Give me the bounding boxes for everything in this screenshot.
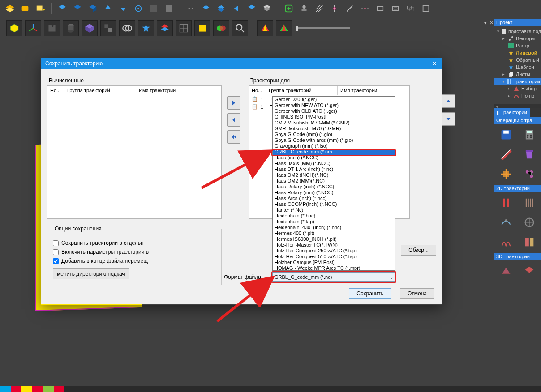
tree-item[interactable]: ▸Векторы	[494, 35, 541, 42]
chk-include-params[interactable]: Включить параметры траектории в	[53, 249, 216, 255]
op-origin-icon[interactable]	[498, 167, 514, 181]
grid-icon[interactable]	[176, 20, 192, 36]
color-swatch[interactable]	[32, 386, 43, 392]
squares-icon[interactable]	[100, 20, 116, 36]
color-swatch[interactable]	[11, 386, 21, 392]
color-swatch[interactable]	[54, 386, 64, 392]
dropdown-option[interactable]: Heidenhain (*.hnc)	[273, 213, 395, 219]
frame-icon[interactable]	[420, 2, 432, 15]
move-down-button[interactable]	[442, 112, 455, 126]
move-all-left-button[interactable]	[227, 130, 240, 144]
rect3-icon[interactable]	[404, 2, 417, 15]
move-right-button[interactable]	[227, 96, 240, 110]
stamp-icon[interactable]	[298, 2, 310, 15]
view-slider[interactable]	[296, 27, 350, 29]
tool-cube-icon[interactable]	[6, 20, 22, 36]
col-group[interactable]: Группа траекторий	[64, 86, 136, 95]
cube-blue-icon[interactable]	[56, 2, 69, 15]
op-3d-2-icon[interactable]	[521, 264, 537, 278]
tree-item[interactable]: ▸Листы	[494, 71, 541, 78]
dropdown-option[interactable]: Holz-Her-Conquest 510 w/ATC (*.tap)	[273, 254, 395, 260]
rect2-icon[interactable]	[389, 2, 402, 15]
dropdown-option[interactable]: Hermes 400 (*.plt)	[273, 230, 395, 236]
axes-icon[interactable]	[25, 20, 41, 36]
dropdown-option[interactable]: Haas 3axis (MM) (*.NCC)	[273, 161, 395, 166]
op-3d-1-icon[interactable]	[498, 264, 514, 278]
stack-icon[interactable]	[261, 2, 273, 15]
dropdown-option[interactable]: Haas OM2 (MM)(*.NC)	[273, 178, 395, 184]
dropdown-option[interactable]: GHINES ISO [PM-Post]	[273, 114, 395, 120]
dropdown-option[interactable]: Haas OM2 (INCH)(*.NC)	[273, 172, 395, 178]
cube-blue3-icon[interactable]	[86, 2, 99, 15]
dropdown-option[interactable]: HOMAG - Weeke MPR Arcs TC (*.mpr)	[273, 265, 395, 270]
left-listbox[interactable]: Но... Группа траекторий Имя траектории	[47, 85, 222, 219]
dropdown-option[interactable]: Haas Rotary (inch) (*.NCC)	[273, 184, 395, 190]
violet-cube-icon[interactable]	[82, 20, 98, 36]
op-2d-6-icon[interactable]	[521, 235, 537, 249]
dropdown-option[interactable]: GRBL_G_code_mm (*.nc)	[273, 149, 395, 155]
cube4-icon[interactable]	[245, 2, 258, 15]
op-2d-3-icon[interactable]	[498, 215, 514, 230]
cancel-button[interactable]: Отмена	[400, 288, 434, 299]
col-no[interactable]: Но...	[47, 86, 64, 95]
yellow-sq-icon[interactable]	[194, 20, 210, 36]
change-dir-button[interactable]: менить директорию подкач	[53, 268, 129, 279]
op-save-icon[interactable]	[498, 128, 514, 142]
duo1-icon[interactable]	[200, 2, 212, 15]
scroll-hint[interactable]: ◂	[494, 104, 541, 108]
dropdown-option[interactable]: Gerber D200(*.ger)	[273, 97, 395, 102]
tree-item[interactable]: ▾подставка под	[494, 28, 541, 35]
color-swatch[interactable]	[0, 386, 11, 392]
op-2d-4-icon[interactable]	[521, 215, 537, 230]
op-delete-icon[interactable]	[521, 147, 537, 162]
dialog-close-icon[interactable]: ✕	[431, 60, 438, 67]
pyramid2-icon[interactable]	[276, 20, 292, 36]
tab-trajectories[interactable]: ▮Траектории	[494, 108, 530, 117]
pyramid-icon[interactable]	[257, 20, 273, 36]
format-dropdown-list[interactable]: Gerber D200(*.ger)Gerber with NEW ATC (*…	[272, 96, 395, 271]
tree-item[interactable]: Обратный	[494, 56, 541, 64]
duo2-icon[interactable]	[215, 2, 228, 15]
op-2d-1-icon[interactable]	[498, 196, 514, 210]
split-icon[interactable]	[328, 2, 341, 15]
box-icon[interactable]	[19, 2, 31, 15]
dropdown-option[interactable]: Heidenhain (*.tap)	[273, 219, 395, 225]
layers-icon[interactable]	[4, 2, 16, 15]
move-left-button[interactable]	[227, 113, 240, 127]
tree-item[interactable]: ▸Выбор	[494, 85, 541, 92]
tree-item[interactable]: Растр	[494, 42, 541, 49]
center-icon[interactable]	[359, 2, 371, 15]
cube-blue2-icon[interactable]	[71, 2, 84, 15]
dropdown-option[interactable]: Goya G-Code (mm) (*.gio)	[273, 132, 395, 137]
tree-item[interactable]: Шаблон	[494, 64, 541, 71]
save-button[interactable]: Сохранить	[349, 288, 391, 299]
op-calc-icon[interactable]	[521, 128, 537, 142]
op-2d-5-icon[interactable]	[498, 235, 514, 249]
dropdown-option[interactable]: Holzher-Campus [PM-Post]	[273, 260, 395, 265]
op-link-icon[interactable]	[521, 167, 537, 181]
dropdown-option[interactable]: Haas-Arcs (inch) (*.ncc)	[273, 196, 395, 201]
dots-icon[interactable]	[185, 2, 197, 15]
left-icon[interactable]	[230, 2, 243, 15]
dropdown-option[interactable]: Gravograph (mm) (*.iso)	[273, 143, 395, 149]
minimize-icon[interactable]: ▾	[484, 20, 487, 26]
chk-append-move[interactable]: Добавить в конце файла перемещ	[53, 258, 216, 264]
tree-item[interactable]: Лицевой	[494, 49, 541, 56]
dropdown-option[interactable]: Haas-CCOMP(inch) (*.NCC)	[273, 201, 395, 207]
op-2d-2-icon[interactable]	[521, 196, 537, 210]
dropdown-option[interactable]: Haas Rotary (mm) (*.NCC)	[273, 190, 395, 196]
dropdown-option[interactable]: Haas DT 1 Arc (inch) (*.nc)	[273, 166, 395, 172]
dropdown-option[interactable]: Hermes IS6000_INCH (*.plt)	[273, 236, 395, 242]
op-measure-icon[interactable]	[498, 147, 514, 162]
move-up-button[interactable]	[442, 94, 455, 108]
book-icon[interactable]	[163, 2, 175, 15]
hatch-icon[interactable]	[313, 2, 326, 15]
line-icon[interactable]	[343, 2, 356, 15]
new-star-icon[interactable]	[34, 2, 47, 15]
two-circles-icon[interactable]	[119, 20, 135, 36]
dropdown-option[interactable]: Heidenhain_430_(inch) (*.hnc)	[273, 225, 395, 230]
browse-button[interactable]: Обзор...	[401, 245, 436, 256]
up-icon[interactable]	[102, 2, 114, 15]
puzzle-icon[interactable]	[44, 20, 60, 36]
color-swatch[interactable]	[21, 386, 32, 392]
